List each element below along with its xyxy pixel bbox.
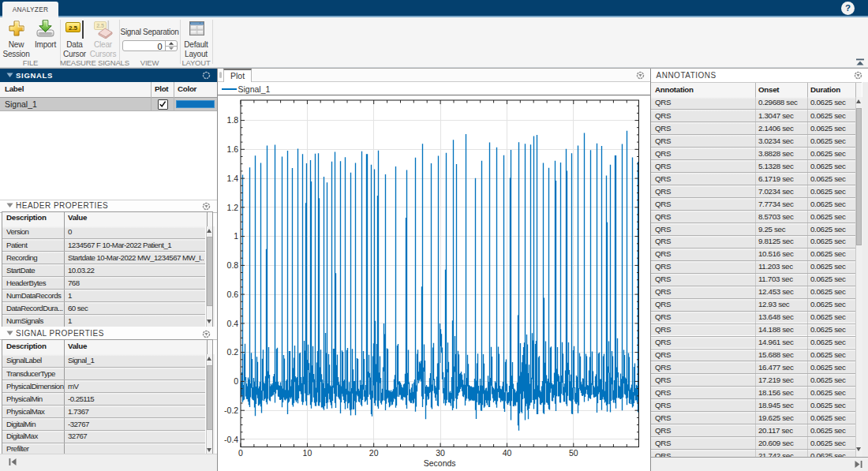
svg-text:1.6: 1.6 <box>227 144 239 154</box>
svg-text:2.5: 2.5 <box>69 24 78 32</box>
svg-text:20: 20 <box>369 448 379 458</box>
svg-text:1.8: 1.8 <box>227 115 239 125</box>
svg-text:0: 0 <box>234 376 238 386</box>
svg-text:1.2: 1.2 <box>227 203 239 212</box>
svg-text:Seconds: Seconds <box>424 458 456 468</box>
svg-text:0.6: 0.6 <box>227 290 239 299</box>
svg-text:10: 10 <box>303 448 312 458</box>
svg-text:1.4: 1.4 <box>227 174 239 183</box>
svg-text:-0.4: -0.4 <box>224 435 238 444</box>
svg-text:40: 40 <box>503 448 512 458</box>
svg-text:0.8: 0.8 <box>227 260 239 270</box>
svg-text:-0.2: -0.2 <box>224 406 238 415</box>
svg-text:0: 0 <box>238 448 243 458</box>
svg-text:0.4: 0.4 <box>227 319 239 328</box>
svg-text:2.5: 2.5 <box>96 23 104 28</box>
svg-text:1: 1 <box>234 231 238 241</box>
svg-text:50: 50 <box>569 448 578 458</box>
svg-text:0.2: 0.2 <box>227 347 239 357</box>
svg-text:30: 30 <box>436 448 445 458</box>
